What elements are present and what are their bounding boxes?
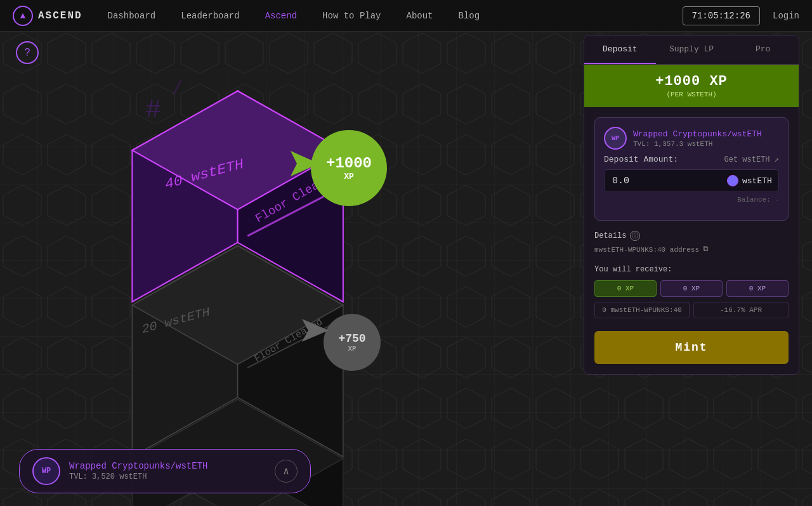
game-area: 40 wstETH Floor Cleared # / 20 wstETH Fl…	[0, 32, 488, 506]
xp-banner-main: +1000 XP	[593, 74, 790, 89]
receive-grid: 0 XP 0 XP 0 XP	[594, 280, 789, 297]
svg-marker-20	[302, 319, 329, 342]
arrow-large	[284, 151, 319, 179]
token-tvl: TVL: 1,357.3 wstETH	[633, 140, 762, 148]
banner-text: Wrapped Cryptopunks/wstETH TVL: 3,520 ws…	[69, 461, 266, 481]
xp-bubble-large: +1000 XP	[311, 130, 387, 206]
panel-tabs: Deposit Supply LP Pro	[584, 36, 799, 65]
receive-mwst: 0 mwstETH-WPUNKS:40	[594, 302, 690, 318]
nav-links: Dashboard Leaderboard Ascend How to Play…	[108, 11, 683, 21]
svg-text:/: /	[172, 79, 183, 100]
token-icon: WP	[604, 127, 627, 150]
tab-pro[interactable]: Pro	[727, 36, 799, 64]
arrow-medium	[297, 319, 329, 345]
svg-text:#: #	[145, 95, 161, 125]
nav-about[interactable]: About	[407, 11, 433, 21]
get-wsteth-link[interactable]: Get wstETH ↗	[724, 155, 779, 164]
tab-supply-lp[interactable]: Supply LP	[656, 36, 728, 64]
receive-badge-1: 0 XP	[660, 280, 723, 297]
address-text: mwstETH-WPUNKS:40 address	[594, 246, 699, 254]
nav-blog[interactable]: Blog	[459, 11, 480, 21]
banner-tvl: TVL: 3,520 wstETH	[69, 472, 266, 481]
countdown-timer: 71:05:12:26	[683, 6, 760, 25]
nav-howtoplay[interactable]: How to Play	[322, 11, 381, 21]
token-dot-icon	[727, 175, 738, 186]
details-row: Details ⓘ	[594, 231, 789, 241]
help-button[interactable]: ?	[16, 41, 39, 64]
info-icon: ⓘ	[630, 231, 640, 241]
address-row: mwstETH-WPUNKS:40 address ⧉	[594, 245, 789, 255]
mint-button[interactable]: Mint	[594, 331, 789, 364]
copy-icon[interactable]: ⧉	[703, 245, 713, 255]
nav-ascend[interactable]: Ascend	[265, 11, 297, 21]
game-scene: 40 wstETH Floor Cleared # / 20 wstETH Fl…	[0, 32, 488, 506]
deposit-label-row: Deposit Amount: Get wstETH ↗	[604, 155, 779, 164]
tab-deposit[interactable]: Deposit	[584, 36, 656, 64]
logo[interactable]: ▲ ASCEND	[13, 6, 82, 26]
token-name: Wrapped Cryptopunks/wstETH	[633, 129, 762, 139]
xp-bubble-medium: +750 XP	[324, 314, 381, 371]
nav-leaderboard[interactable]: Leaderboard	[181, 11, 239, 21]
receive-row2: 0 mwstETH-WPUNKS:40 -16.7% APR	[594, 302, 789, 318]
logo-icon: ▲	[13, 6, 33, 26]
token-header: WP Wrapped Cryptopunks/wstETH TVL: 1,357…	[604, 127, 779, 150]
logo-text: ASCEND	[38, 10, 82, 22]
token-card: WP Wrapped Cryptopunks/wstETH TVL: 1,357…	[594, 117, 789, 221]
navigation: ▲ ASCEND Dashboard Leaderboard Ascend Ho…	[0, 0, 812, 32]
deposit-input[interactable]	[612, 176, 727, 186]
login-button[interactable]: Login	[773, 11, 799, 21]
svg-marker-19	[291, 151, 319, 176]
right-panel: Deposit Supply LP Pro +1000 XP (PER WSTE…	[584, 35, 799, 375]
receive-badge-0: 0 XP	[594, 280, 657, 297]
nav-dashboard[interactable]: Dashboard	[108, 11, 156, 21]
details-label: Details	[594, 231, 626, 240]
receive-label: You will receive:	[594, 265, 789, 274]
deposit-input-wrap: wstETH	[604, 169, 779, 192]
receive-apr: -16.7% APR	[693, 302, 789, 318]
deposit-label-text: Deposit Amount:	[604, 155, 678, 164]
banner-chevron-button[interactable]: ∧	[275, 460, 298, 483]
balance-text: Balance: -	[604, 196, 779, 204]
banner-title: Wrapped Cryptopunks/wstETH	[69, 461, 266, 471]
bottom-banner: WP Wrapped Cryptopunks/wstETH TVL: 3,520…	[19, 449, 311, 493]
token-badge: wstETH	[727, 175, 772, 186]
receive-badge-2: 0 XP	[726, 280, 789, 297]
xp-banner-sub: (PER WSTETH)	[593, 91, 790, 98]
token-info: Wrapped Cryptopunks/wstETH TVL: 1,357.3 …	[633, 129, 762, 148]
xp-banner: +1000 XP (PER WSTETH)	[584, 65, 799, 107]
banner-token-icon: WP	[32, 457, 60, 485]
panel-content: WP Wrapped Cryptopunks/wstETH TVL: 1,357…	[584, 107, 799, 374]
